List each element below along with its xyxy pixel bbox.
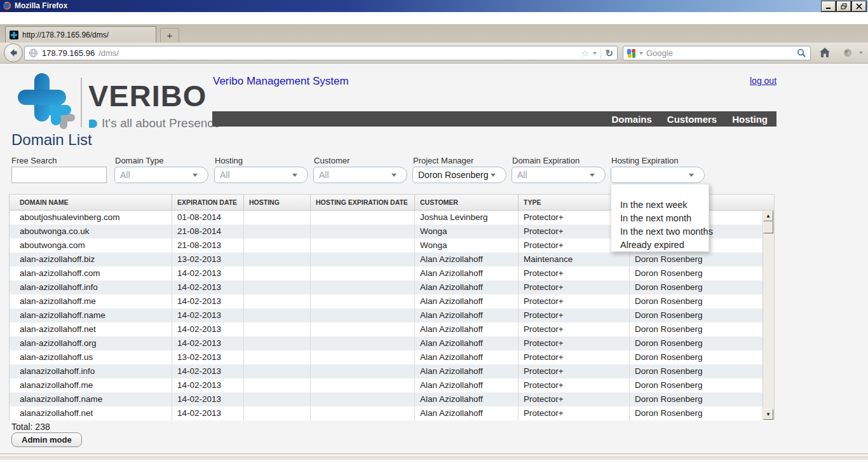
table-cell — [311, 350, 415, 364]
table-cell — [244, 238, 311, 252]
scroll-down-icon[interactable]: ▼ — [763, 409, 773, 420]
home-icon[interactable] — [818, 46, 831, 59]
table-cell: Doron Rosenberg — [630, 406, 754, 420]
close-button[interactable] — [852, 1, 866, 11]
table-cell: 14-02-2013 — [172, 378, 244, 392]
scroll-up-icon[interactable]: ▲ — [763, 211, 773, 221]
active-tab[interactable]: http://178.79.165.96/dms/ — [5, 26, 156, 43]
dropdown-option[interactable]: In the next week — [611, 198, 709, 212]
table-cell: aboutwonga.co.uk — [10, 225, 172, 238]
hosting-label: Hosting — [215, 156, 243, 165]
project-manager-label: Project Manager — [413, 156, 473, 165]
tagline-bullet-icon — [89, 120, 97, 128]
table-cell: alan-azizollahoff.org — [10, 336, 172, 350]
back-arrow-icon — [8, 48, 18, 58]
table-cell: alanazizollahoff.info — [10, 364, 172, 378]
table-cell: 13-02-2013 — [172, 350, 244, 364]
customer-select[interactable]: All — [313, 167, 407, 183]
table-cell: Protector+ — [519, 392, 630, 406]
table-row[interactable]: alanazizollahoff.me14-02-2013Alan Azizol… — [10, 378, 774, 392]
table-cell: Alan Azizollahoff — [415, 378, 519, 392]
table-row[interactable]: alan-azizollahoff.biz13-02-2013Alan Aziz… — [10, 252, 774, 266]
column-header[interactable]: HOSTING — [244, 195, 311, 210]
table-cell: alanazizollahoff.net — [10, 406, 172, 420]
table-cell: Protector+ — [519, 294, 630, 308]
table-cell: Doron Rosenberg — [630, 266, 754, 280]
back-button[interactable] — [4, 43, 23, 62]
free-search-input[interactable] — [11, 167, 107, 183]
table-row[interactable]: alanazizollahoff.info14-02-2013Alan Aziz… — [10, 364, 774, 378]
table-cell: alan-azizollahoff.us — [10, 350, 172, 364]
table-cell: Protector+ — [519, 266, 630, 280]
chevron-down-icon — [590, 174, 595, 177]
toolbar-addon-icon[interactable] — [843, 48, 853, 58]
column-header[interactable]: CUSTOMER — [415, 195, 519, 210]
column-header[interactable]: DOMAIN NAME — [10, 195, 172, 210]
nav-item-customers[interactable]: Customers — [667, 114, 717, 125]
search-engine-dropdown-icon[interactable] — [639, 52, 643, 55]
reload-icon[interactable]: ↻ — [605, 48, 613, 58]
project-manager-select[interactable]: Doron Rosenberg — [412, 167, 506, 183]
table-row[interactable]: alanazizollahoff.net14-02-2013Alan Azizo… — [10, 406, 774, 420]
hosting-select[interactable]: All — [214, 167, 308, 183]
table-cell: Alan Azizollahoff — [415, 392, 519, 406]
table-cell: Protector+ — [519, 336, 630, 350]
dropdown-option[interactable]: In the next two months — [611, 225, 709, 238]
toolbar-overflow-icon[interactable] — [859, 52, 863, 54]
table-cell: Doron Rosenberg — [630, 252, 754, 266]
nav-item-domains[interactable]: Domains — [611, 114, 651, 125]
search-placeholder: Google — [646, 48, 794, 58]
bookmark-star-icon[interactable]: ☆ — [581, 48, 589, 58]
table-row[interactable]: alan-azizollahoff.org14-02-2013Alan Aziz… — [10, 336, 774, 350]
table-cell — [311, 252, 415, 266]
table-row[interactable]: alan-azizollahoff.me14-02-2013Alan Azizo… — [10, 294, 774, 308]
table-cell: Doron Rosenberg — [630, 294, 754, 308]
hosting-expiration-select[interactable] — [611, 167, 705, 183]
minimize-button[interactable] — [822, 1, 836, 11]
table-cell: Protector+ — [519, 406, 630, 420]
search-box[interactable]: Google — [623, 46, 811, 60]
dropdown-option[interactable]: In the next month — [611, 212, 709, 225]
column-header[interactable]: HOSTING EXPIRATION DATE — [311, 195, 415, 210]
addon-bar — [0, 453, 868, 460]
table-cell: Alan Azizollahoff — [415, 308, 519, 322]
table-row[interactable]: alan-azizollahoff.net14-02-2013Alan Aziz… — [10, 322, 774, 336]
chevron-down-icon — [292, 174, 297, 177]
search-magnifier-icon[interactable] — [797, 48, 806, 58]
table-cell — [244, 280, 311, 294]
table-row[interactable]: alan-azizollahoff.name14-02-2013Alan Azi… — [10, 308, 774, 322]
table-scrollbar[interactable]: ▲ ▼ — [763, 211, 774, 420]
table-row[interactable]: alan-azizollahoff.us13-02-2013Alan Azizo… — [10, 350, 774, 364]
url-bar[interactable]: 178.79.165.96/dms/ ☆ ↻ — [24, 46, 618, 60]
table-cell: Protector+ — [519, 280, 630, 294]
table-cell: alan-azizollahoff.net — [10, 322, 172, 336]
url-host: 178.79.165.96 — [42, 48, 95, 58]
table-cell: alan-azizollahoff.biz — [10, 252, 172, 266]
customer-label: Customer — [314, 156, 349, 165]
table-cell — [311, 392, 415, 406]
table-cell: 14-02-2013 — [172, 280, 244, 294]
logout-link[interactable]: log out — [750, 76, 776, 86]
restore-button[interactable] — [837, 1, 851, 11]
table-cell: 14-02-2013 — [172, 364, 244, 378]
new-tab-button[interactable]: + — [160, 28, 179, 43]
table-cell — [311, 378, 415, 392]
table-row[interactable]: alanazizollahoff.name14-02-2013Alan Aziz… — [10, 392, 774, 406]
dropdown-option[interactable]: Already expired — [611, 238, 709, 252]
hosting-expiration-options: In the next weekIn the next monthIn the … — [611, 184, 709, 252]
domain-type-select[interactable]: All — [114, 167, 208, 183]
domain-expiration-select[interactable]: All — [512, 167, 606, 183]
nav-item-hosting[interactable]: Hosting — [732, 114, 768, 125]
table-cell — [311, 211, 415, 225]
admin-mode-button[interactable]: Admin mode — [11, 432, 82, 447]
table-row[interactable]: alan-azizollahoff.com14-02-2013Alan Aziz… — [10, 266, 774, 280]
table-cell: Alan Azizollahoff — [415, 322, 519, 336]
table-row[interactable]: alan-azizollahoff.info14-02-2013Alan Azi… — [10, 280, 774, 294]
table-cell — [244, 308, 311, 322]
table-cell — [244, 266, 311, 280]
table-cell: 14-02-2013 — [172, 406, 244, 420]
column-header[interactable]: EXPIRATION DATE — [172, 195, 244, 210]
url-dropdown-icon[interactable] — [593, 52, 597, 55]
table-cell: Doron Rosenberg — [630, 280, 754, 294]
scrollbar-thumb[interactable] — [763, 221, 773, 233]
